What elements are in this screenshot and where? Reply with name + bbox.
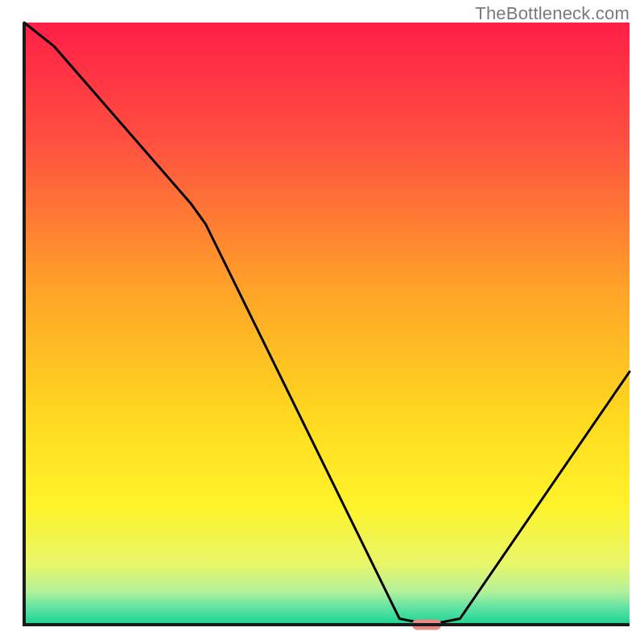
watermark-text: TheBottleneck.com xyxy=(475,3,630,24)
plot-background xyxy=(24,23,630,625)
bottleneck-chart xyxy=(0,0,644,644)
chart-container: { "watermark": "TheBottleneck.com", "cha… xyxy=(0,0,644,644)
